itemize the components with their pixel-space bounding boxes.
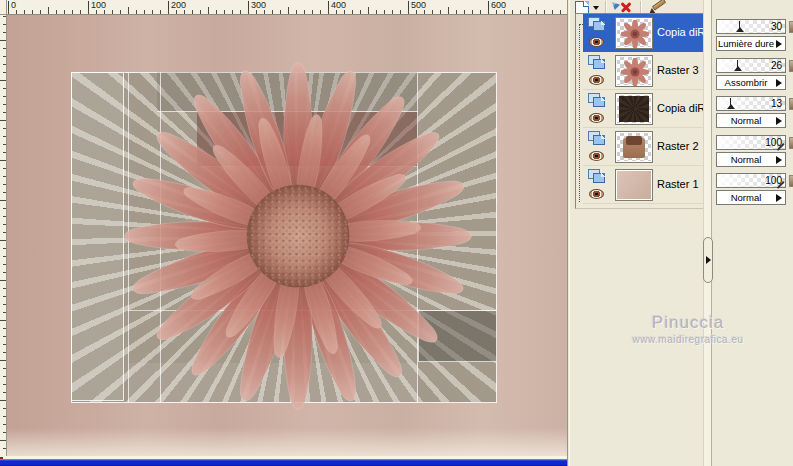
opacity-slider[interactable]: 26 [716, 58, 786, 73]
blend-dropdown-arrow-icon [776, 156, 782, 164]
visibility-eye-icon[interactable] [589, 113, 604, 123]
layer-pages-icon [588, 169, 610, 187]
clipped-link-icon [789, 21, 793, 33]
blend-mode-select[interactable]: Normal [716, 113, 786, 128]
opacity-slider[interactable]: 100 [716, 135, 786, 150]
blend-dropdown-arrow-icon [776, 79, 782, 87]
opacity-value: 100 [765, 137, 782, 148]
layer-name: Copia diRaster [657, 102, 703, 114]
layer-name: Copia diRaster [657, 26, 703, 38]
layer-name: Raster 3 [657, 64, 703, 76]
panel-divider [703, 0, 713, 466]
plain-beige-thumbnail [615, 169, 653, 201]
layer-name: Raster 1 [657, 178, 703, 190]
blend-mode-select[interactable]: Assombrir [716, 75, 786, 90]
blend-mode-value: Normal [717, 192, 775, 203]
blend-mode-value: Assombrir [717, 77, 775, 88]
blend-mode-value: Normal [717, 115, 775, 126]
layer-row-copia-diraster-top[interactable]: Copia diRaster [583, 14, 704, 52]
layer-pages-icon [588, 93, 610, 111]
visibility-eye-icon[interactable] [589, 75, 604, 85]
blend-mode-select[interactable]: Normal [716, 190, 786, 205]
ruler-left [0, 15, 7, 456]
opacity-value: 26 [771, 60, 782, 71]
layers-palette: Copia diRaster Raster 3 Copia diRaster [567, 0, 793, 466]
app-window: 0100200300400500600 [0, 0, 793, 466]
panel-collapse-handle[interactable] [703, 237, 713, 283]
lower-window-titlebar[interactable] [0, 459, 569, 466]
blend-dropdown-arrow-icon [776, 40, 782, 48]
flower-thumbnail [615, 55, 653, 87]
blend-dropdown-arrow-icon [776, 194, 782, 202]
blend-mode-select[interactable]: Lumière dure [716, 36, 786, 51]
clipped-link-icon [789, 60, 793, 72]
pencil-icon [652, 0, 666, 11]
flower-image [108, 46, 488, 426]
opacity-value: 30 [771, 21, 782, 32]
layer-row-raster-3[interactable]: Raster 3 [583, 52, 704, 90]
blend-mode-select[interactable]: Normal [716, 152, 786, 167]
ruler-corner [0, 0, 7, 15]
layers-list: Copia diRaster Raster 3 Copia diRaster [575, 13, 705, 209]
clipped-link-icon [789, 137, 793, 149]
dark-rays-thumbnail [615, 93, 653, 125]
layer-name: Raster 2 [657, 140, 703, 152]
visibility-eye-icon[interactable] [589, 189, 604, 199]
opacity-slider[interactable]: 30 [716, 19, 786, 34]
layer-pages-icon [588, 17, 610, 35]
opacity-slider[interactable]: 13 [716, 96, 786, 111]
layer-controls-column: 30 Lumière dure 26 Assombrir [714, 0, 793, 466]
layer-row-copia-diraster[interactable]: Copia diRaster [583, 90, 704, 128]
visibility-eye-icon[interactable] [589, 151, 604, 161]
flower-thumbnail [615, 17, 653, 49]
layer-pages-icon [588, 55, 610, 73]
opacity-value: 100 [765, 175, 782, 186]
blend-mode-value: Lumière dure [717, 38, 775, 49]
layer-pages-icon [588, 131, 610, 149]
clipped-link-icon [789, 98, 793, 110]
visibility-eye-icon[interactable] [589, 37, 604, 47]
canvas-area[interactable] [7, 15, 567, 456]
clipped-link-icon [789, 175, 793, 187]
blend-dropdown-arrow-icon [776, 117, 782, 125]
blend-mode-value: Normal [717, 154, 775, 165]
opacity-value: 13 [771, 98, 782, 109]
delete-arrow-icon [612, 2, 620, 10]
opacity-slider[interactable]: 100 [716, 173, 786, 188]
brown-shape-thumbnail [615, 131, 653, 163]
dropdown-caret-icon[interactable] [593, 6, 599, 10]
ruler-top: 0100200300400500600 [7, 0, 567, 15]
layer-row-raster-2[interactable]: Raster 2 [583, 128, 704, 166]
layer-row-raster-1[interactable]: Raster 1 [583, 166, 704, 204]
